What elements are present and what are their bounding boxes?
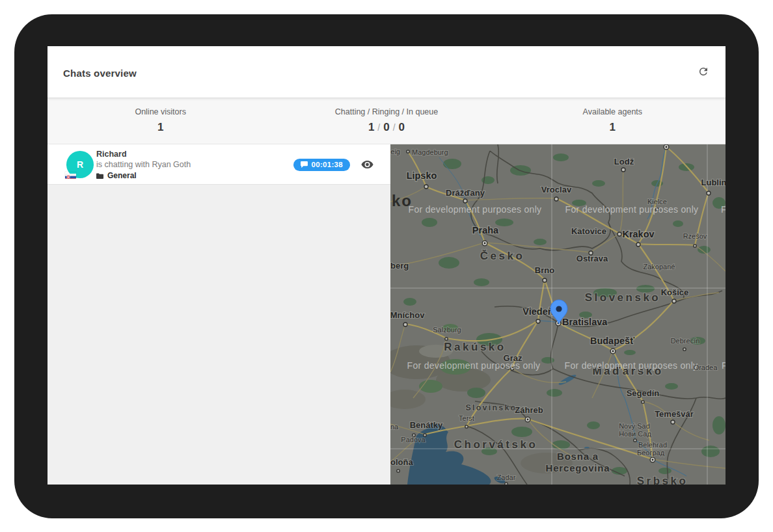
map-city-dot xyxy=(642,401,644,403)
map-label: Terst xyxy=(459,414,474,422)
map-city-dot xyxy=(683,348,686,351)
map-city-dot xyxy=(707,191,711,195)
map-city-dot xyxy=(407,150,409,153)
map-label: Salzburg xyxy=(433,326,461,334)
map-label: Srbsko xyxy=(637,475,688,485)
chat-timer: 00:01:38 xyxy=(312,161,343,168)
map-label: Magdeburg xyxy=(412,148,448,156)
chat-list-panel: R Richard is chatting with Ryan Goth xyxy=(47,144,390,485)
chat-timer-badge: 00:01:38 xyxy=(293,159,350,171)
stats-bar: Online visitors 1 Chatting / Ringing / I… xyxy=(47,98,726,144)
map-watermark: For development purposes only xyxy=(565,360,698,371)
device-frame: Chats overview Online visitors 1 Chattin… xyxy=(14,14,759,518)
map-label: Ostrava xyxy=(576,254,608,263)
stat-online-visitors: Online visitors 1 xyxy=(47,98,273,144)
visitor-name: Richard xyxy=(96,149,191,159)
main-content: R Richard is chatting with Ryan Goth xyxy=(47,144,726,485)
map-city-dot xyxy=(621,168,625,172)
map-label: Temešvár xyxy=(655,409,694,419)
chat-texts: Richard is chatting with Ryan Goth Gener… xyxy=(96,149,191,180)
map-city-dot xyxy=(397,470,400,472)
map-label: Slovensko xyxy=(585,291,661,304)
map-watermark: For development purposes only xyxy=(407,360,541,371)
map-label: Bosna a xyxy=(557,451,599,462)
stat-label: Available agents xyxy=(500,107,726,116)
map-city-dot xyxy=(482,241,487,246)
map-label: Rzešov xyxy=(683,232,707,240)
map-city-dot xyxy=(463,199,467,203)
map-watermark: F xyxy=(721,204,726,215)
map-label: Београд xyxy=(637,449,665,457)
department-row: General xyxy=(96,171,191,180)
map-city-dot xyxy=(424,185,428,189)
map-city-dot xyxy=(554,197,558,201)
map-label: berg xyxy=(390,261,409,271)
map-label: Nový Sad xyxy=(619,422,650,430)
map-city-dot xyxy=(465,425,468,428)
app-window: Chats overview Online visitors 1 Chattin… xyxy=(47,46,726,485)
slovakia-flag-icon xyxy=(65,172,76,179)
map-label: oloňa xyxy=(390,457,413,467)
map-city-dot xyxy=(525,417,530,422)
stat-label: Chatting / Ringing / In queue xyxy=(273,107,499,116)
map-label: Lodž xyxy=(614,157,634,166)
map-label: Slovinsko xyxy=(466,403,517,412)
map-city-dot xyxy=(543,278,547,282)
map-label: Viedeň xyxy=(522,306,553,317)
refresh-button[interactable] xyxy=(693,62,714,83)
map-city-dot xyxy=(634,439,636,442)
map-city-dot xyxy=(403,323,407,326)
map-label: Praha xyxy=(472,225,499,235)
map-city-dot xyxy=(505,483,508,485)
map-city-dot xyxy=(650,457,655,462)
visitor-status: is chatting with Ryan Goth xyxy=(96,159,191,170)
folder-icon xyxy=(96,173,103,179)
stat-value: 1 xyxy=(47,121,273,134)
chat-list-item[interactable]: R Richard is chatting with Ryan Goth xyxy=(47,144,390,185)
map-label: Košice xyxy=(661,287,689,297)
stat-chatting-ringing-queue: Chatting / Ringing / In queue 1/0/0 xyxy=(273,98,499,144)
map-watermark: For development purposes only xyxy=(409,204,542,215)
map-label: Drážďany xyxy=(446,188,485,198)
map-label: Lublin xyxy=(701,178,726,187)
map-label: Padova xyxy=(401,436,426,444)
map-watermark: F xyxy=(722,360,726,371)
map-label: eig xyxy=(390,148,400,155)
eye-icon xyxy=(361,161,373,168)
map-label: Bratislava xyxy=(562,317,608,327)
stat-value: 1/0/0 xyxy=(273,121,499,134)
map-canvas: eigMagdeburgLipskokoDrážďanyVroclavLodžL… xyxy=(390,144,726,485)
map-label: Budapešť xyxy=(590,336,634,346)
map-label: Belehrad xyxy=(638,441,667,449)
map-city-dot xyxy=(610,349,616,354)
map-label: Lipsko xyxy=(407,170,437,181)
map-city-dot xyxy=(672,299,676,303)
map-label: Segedín xyxy=(627,388,660,398)
map-city-dot xyxy=(636,243,640,246)
map-label: na xyxy=(390,423,399,431)
map-label: Záhreb xyxy=(515,405,543,415)
map-label: Нови Сад xyxy=(619,430,651,438)
map-label: Krakov xyxy=(622,229,654,239)
header: Chats overview xyxy=(47,46,726,98)
stat-available-agents: Available agents 1 xyxy=(500,98,726,144)
map-label: Debrecín xyxy=(671,337,700,345)
row-controls: 00:01:38 xyxy=(293,144,373,185)
map-label: Zakopané xyxy=(644,263,675,271)
page-title: Chats overview xyxy=(63,68,137,79)
view-chat-button[interactable] xyxy=(361,161,373,168)
visitors-map[interactable]: eigMagdeburgLipskokoDrážďanyVroclavLodžL… xyxy=(390,144,726,485)
map-label: Oradea xyxy=(694,364,718,371)
map-label: Mníchov xyxy=(390,310,425,320)
map-label: Česko xyxy=(480,250,525,262)
map-city-dot xyxy=(664,144,669,150)
map-city-dot xyxy=(671,420,675,424)
map-label: Hercegovina xyxy=(546,462,610,473)
map-city-dot xyxy=(536,319,540,323)
map-city-dot xyxy=(694,245,696,247)
map-city-dot xyxy=(445,338,448,340)
refresh-icon xyxy=(698,66,709,77)
map-label: Rakúsko xyxy=(444,341,506,353)
stat-label: Online visitors xyxy=(47,107,273,116)
map-label: Brno xyxy=(535,265,554,275)
